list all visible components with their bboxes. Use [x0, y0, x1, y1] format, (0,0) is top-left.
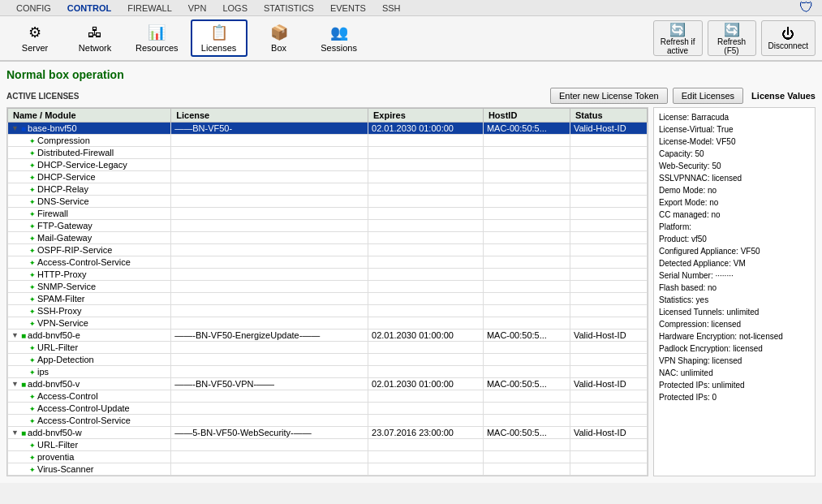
enter-new-license-token-button[interactable]: Enter new License Token	[550, 88, 668, 104]
tree-toggle-icon[interactable]: ▼	[11, 429, 19, 437]
nav-ssh[interactable]: SSH	[374, 0, 409, 16]
license-table-container[interactable]: Name / Module License Expires HostID Sta…	[6, 107, 648, 476]
col-header-name: Name / Module	[8, 109, 171, 123]
module-name: Access-Control-Service	[37, 416, 131, 425]
table-row[interactable]: ✦Access-Control-Service	[8, 256, 648, 269]
table-row[interactable]: ✦URL-Filter	[8, 342, 648, 354]
toolbar-sessions[interactable]: 👥 Sessions	[311, 19, 368, 57]
expires-cell	[368, 451, 484, 463]
status-cell	[570, 256, 647, 269]
table-row[interactable]: ✦Distributed-Firewall	[8, 147, 648, 159]
toolbar-box[interactable]: 📦 Box	[251, 19, 308, 57]
toolbar-box-label: Box	[271, 43, 286, 53]
hostid-cell	[483, 196, 570, 208]
status-sq-icon: ✦	[29, 136, 36, 145]
table-row[interactable]: ✦SNMP-Service	[8, 281, 648, 293]
table-row[interactable]: ✦ips	[8, 366, 648, 378]
hostid-cell: MAC-00:50:5...	[483, 123, 570, 135]
status-sq-icon: ✦	[29, 306, 36, 316]
status-sq-icon: ✦	[29, 294, 36, 304]
module-name: add-bnvf50-w	[28, 428, 82, 437]
status-sq-icon: ✦	[29, 209, 36, 218]
table-row[interactable]: ✦Virus-Scanner	[8, 463, 648, 476]
hostid-cell	[483, 147, 570, 159]
module-name: ips	[37, 367, 49, 377]
nav-firewall[interactable]: FIREWALL	[119, 0, 180, 16]
table-row[interactable]: ✦Access-Control-Update	[8, 403, 648, 415]
module-name: DHCP-Relay	[37, 184, 88, 194]
license-value-row: License-Model: VF50	[659, 136, 810, 148]
table-row[interactable]: ✦App-Detection	[8, 354, 648, 366]
expires-cell: 02.01.2030 01:00:00	[368, 378, 484, 390]
refresh-if-active-button[interactable]: 🔄 Refresh ifactive	[653, 20, 703, 56]
table-row[interactable]: ✦SSH-Proxy	[8, 305, 648, 317]
table-row[interactable]: ▼■base-bnvf50——BN-VF50-02.01.2030 01:00:…	[8, 123, 648, 135]
table-row[interactable]: ✦VPN-Service	[8, 317, 648, 330]
license-cell: ——BN-VF50-	[171, 123, 368, 135]
table-row[interactable]: ✦SPAM-Filter	[8, 293, 648, 305]
nav-logs[interactable]: LOGS	[214, 0, 256, 16]
tree-toggle-icon[interactable]: ▼	[11, 124, 19, 132]
table-row[interactable]: ✦Firewall	[8, 208, 648, 220]
hostid-cell	[483, 293, 570, 305]
toolbar-server-label: Server	[22, 43, 48, 53]
table-row[interactable]: ▼■add-bnvf50-e——-BN-VF50-EnergizeUpdate-…	[8, 330, 648, 342]
table-row[interactable]: ✦Compression	[8, 135, 648, 147]
table-row[interactable]: ✦DHCP-Service	[8, 171, 648, 183]
module-name: Compression	[37, 136, 90, 145]
nav-control[interactable]: CONTROL	[59, 0, 119, 16]
table-row[interactable]: ✦FTP-Gateway	[8, 220, 648, 232]
status-sq-icon: ✦	[29, 172, 36, 182]
license-cell	[171, 171, 368, 183]
table-row[interactable]: ▼■add-bnvf50-v——-BN-VF50-VPN-——02.01.203…	[8, 378, 648, 390]
app-icon: 🛡	[799, 0, 814, 16]
table-row[interactable]: ✦Access-Control-Service	[8, 415, 648, 427]
table-row[interactable]: ✦URL-Filter	[8, 439, 648, 451]
expires-cell	[368, 256, 484, 269]
toolbar-server[interactable]: ⚙ Server	[6, 19, 63, 57]
refresh-if-active-icon: 🔄	[669, 22, 686, 37]
toolbar-sessions-label: Sessions	[321, 43, 357, 53]
table-row[interactable]: ✦proventia	[8, 451, 648, 463]
toolbar-licenses[interactable]: 📋 Licenses	[191, 19, 247, 57]
tree-toggle-icon[interactable]: ▼	[11, 331, 19, 339]
nav-config[interactable]: CONFIG	[8, 0, 59, 16]
status-sq-icon: ✦	[29, 367, 36, 377]
license-cell	[171, 135, 368, 147]
license-cell	[171, 208, 368, 220]
status-sq-icon: ■	[21, 123, 26, 133]
nav-statistics[interactable]: STATISTICS	[256, 0, 322, 16]
action-bar: ACTIVE LICENSES Enter new License Token …	[6, 88, 816, 104]
refresh-if-active-label: Refresh ifactive	[661, 37, 695, 55]
lv-key: Platform:	[659, 222, 691, 231]
license-cell	[171, 366, 368, 378]
table-row[interactable]: ✦Access-Control	[8, 390, 648, 403]
lv-val: VF50	[741, 247, 760, 256]
table-row[interactable]: ✦OSPF-RIP-Service	[8, 244, 648, 256]
table-row[interactable]: ▼■add-bnvf50-w——5-BN-VF50-WebSecurity-——…	[8, 427, 648, 439]
table-row[interactable]: ✦DHCP-Relay	[8, 183, 648, 196]
edit-licenses-button[interactable]: Edit Licenses	[673, 88, 743, 104]
license-cell	[171, 354, 368, 366]
table-row[interactable]: ✦DNS-Service	[8, 196, 648, 208]
expires-cell	[368, 220, 484, 232]
disconnect-button[interactable]: ⏻ Disconnect	[761, 20, 816, 56]
expires-cell	[368, 281, 484, 293]
table-row[interactable]: ✦Mail-Gateway	[8, 232, 648, 244]
table-row[interactable]: ✦DHCP-Service-Legacy	[8, 159, 648, 171]
hostid-cell	[483, 415, 570, 427]
toolbar-network[interactable]: 🖧 Network	[67, 19, 123, 57]
status-sq-icon: ✦	[29, 342, 36, 352]
expires-cell	[368, 183, 484, 196]
status-sq-icon: ■	[21, 379, 26, 389]
tree-toggle-icon[interactable]: ▼	[11, 380, 19, 388]
license-value-row: Serial Number: ········	[659, 269, 810, 282]
module-name: Distributed-Firewall	[37, 148, 114, 157]
lv-key: Protected IPs:	[659, 393, 710, 402]
refresh-button[interactable]: 🔄 Refresh(F5)	[708, 20, 756, 56]
network-icon: 🖧	[88, 24, 102, 41]
toolbar-resources[interactable]: 📊 Resources	[127, 19, 187, 57]
nav-vpn[interactable]: VPN	[180, 0, 215, 16]
nav-events[interactable]: EVENTS	[322, 0, 374, 16]
table-row[interactable]: ✦HTTP-Proxy	[8, 269, 648, 281]
